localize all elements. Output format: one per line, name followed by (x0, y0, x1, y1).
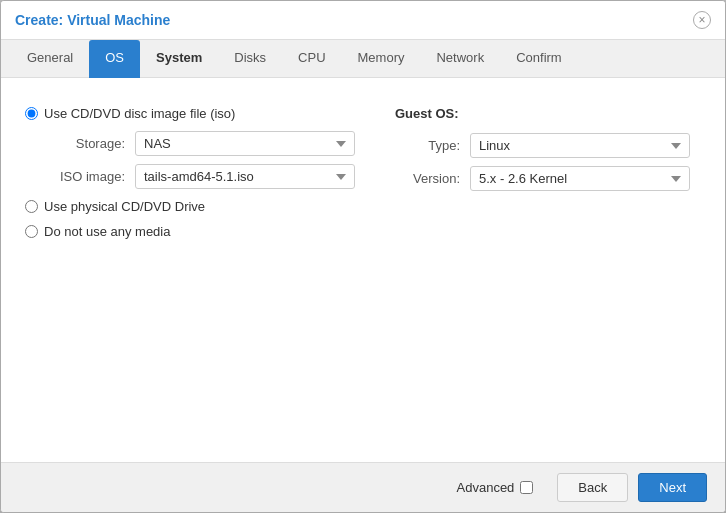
tab-network[interactable]: Network (420, 40, 500, 77)
storage-row: Storage: NAS (45, 131, 355, 156)
media-options: Use CD/DVD disc image file (iso) Storage… (25, 106, 355, 239)
guest-os-title: Guest OS: (395, 106, 690, 121)
no-media-radio[interactable] (25, 225, 38, 238)
content-area: Use CD/DVD disc image file (iso) Storage… (1, 78, 725, 462)
right-col: Guest OS: Type: Linux Version: 5.x - 2.6… (395, 106, 690, 253)
tab-bar: General OS System Disks CPU Memory Netwo… (1, 40, 725, 78)
iso-label: ISO image: (45, 169, 125, 184)
guest-version-label: Version: (395, 171, 460, 186)
storage-select[interactable]: NAS (135, 131, 355, 156)
guest-type-select[interactable]: Linux (470, 133, 690, 158)
tab-general[interactable]: General (11, 40, 89, 77)
iso-row: ISO image: tails-amd64-5.1.iso (45, 164, 355, 189)
tab-system[interactable]: System (140, 40, 218, 77)
use-iso-radio[interactable] (25, 107, 38, 120)
tab-cpu[interactable]: CPU (282, 40, 341, 77)
next-button[interactable]: Next (638, 473, 707, 502)
no-media-text: Do not use any media (44, 224, 170, 239)
guest-type-row: Type: Linux (395, 133, 690, 158)
advanced-checkbox[interactable] (520, 481, 533, 494)
advanced-label: Advanced (457, 480, 515, 495)
back-button[interactable]: Back (557, 473, 628, 502)
tab-confirm[interactable]: Confirm (500, 40, 578, 77)
tab-memory[interactable]: Memory (342, 40, 421, 77)
storage-label: Storage: (45, 136, 125, 151)
tab-disks[interactable]: Disks (218, 40, 282, 77)
use-physical-radio[interactable] (25, 200, 38, 213)
footer: Advanced Back Next (1, 462, 725, 512)
tab-os[interactable]: OS (89, 40, 140, 78)
dialog-title: Create: Virtual Machine (15, 12, 170, 28)
use-iso-text: Use CD/DVD disc image file (iso) (44, 106, 235, 121)
no-media-radio-label[interactable]: Do not use any media (25, 224, 355, 239)
main-layout: Use CD/DVD disc image file (iso) Storage… (25, 106, 701, 253)
left-col: Use CD/DVD disc image file (iso) Storage… (25, 106, 355, 253)
use-iso-radio-label[interactable]: Use CD/DVD disc image file (iso) (25, 106, 355, 121)
iso-select[interactable]: tails-amd64-5.1.iso (135, 164, 355, 189)
create-vm-dialog: Create: Virtual Machine × General OS Sys… (0, 0, 726, 513)
guest-type-label: Type: (395, 138, 460, 153)
use-physical-text: Use physical CD/DVD Drive (44, 199, 205, 214)
title-bar: Create: Virtual Machine × (1, 1, 725, 40)
advanced-checkbox-label[interactable]: Advanced (457, 480, 534, 495)
use-physical-radio-label[interactable]: Use physical CD/DVD Drive (25, 199, 355, 214)
close-button[interactable]: × (693, 11, 711, 29)
guest-version-row: Version: 5.x - 2.6 Kernel (395, 166, 690, 191)
guest-version-select[interactable]: 5.x - 2.6 Kernel (470, 166, 690, 191)
